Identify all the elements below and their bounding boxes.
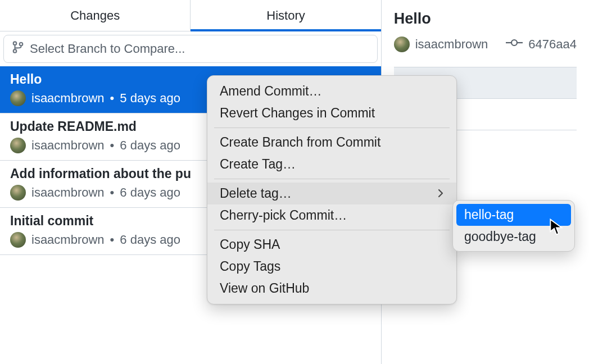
svg-point-2 xyxy=(20,43,23,46)
detail-author: isaacmbrown xyxy=(415,37,488,52)
svg-point-4 xyxy=(511,40,517,46)
menu-copy-sha[interactable]: Copy SHA xyxy=(207,234,456,256)
commit-time: 5 days ago xyxy=(120,91,180,106)
branch-compare-placeholder: Select Branch to Compare... xyxy=(30,42,185,56)
commit-author: isaacmbrown xyxy=(31,91,105,106)
avatar xyxy=(10,232,26,248)
tabs: Changes History xyxy=(0,0,381,31)
menu-separator xyxy=(214,230,450,230)
dot-separator: • xyxy=(110,185,115,200)
detail-meta: isaacmbrown 6476aa4 xyxy=(394,37,577,52)
commit-icon xyxy=(506,37,523,52)
dot-separator: • xyxy=(110,91,115,106)
menu-revert-changes[interactable]: Revert Changes in Commit xyxy=(207,102,456,124)
detail-sha[interactable]: 6476aa4 xyxy=(528,37,577,52)
avatar xyxy=(10,185,26,201)
commit-time: 6 days ago xyxy=(120,233,180,247)
menu-create-branch[interactable]: Create Branch from Commit xyxy=(207,131,456,153)
commit-author: isaacmbrown xyxy=(31,138,105,153)
menu-delete-tag[interactable]: Delete tag… xyxy=(207,183,456,204)
svg-point-0 xyxy=(13,42,17,45)
avatar xyxy=(10,138,26,153)
dot-separator: • xyxy=(110,233,115,247)
detail-commit-title: Hello xyxy=(394,10,577,28)
commit-author: isaacmbrown xyxy=(31,233,105,247)
menu-separator xyxy=(214,179,450,179)
commit-author: isaacmbrown xyxy=(31,185,105,200)
menu-separator xyxy=(214,128,450,128)
commit-context-menu: Amend Commit… Revert Changes in Commit C… xyxy=(207,75,457,304)
tab-changes[interactable]: Changes xyxy=(0,0,190,31)
commit-time: 6 days ago xyxy=(120,138,180,153)
branch-compare-selector[interactable]: Select Branch to Compare... xyxy=(3,35,378,63)
avatar xyxy=(10,90,26,106)
cursor-icon xyxy=(549,218,564,239)
dot-separator: • xyxy=(110,138,115,153)
menu-cherry-pick[interactable]: Cherry-pick Commit… xyxy=(207,204,456,226)
tab-history[interactable]: History xyxy=(191,0,380,31)
menu-view-on-github[interactable]: View on GitHub xyxy=(207,277,456,299)
menu-create-tag[interactable]: Create Tag… xyxy=(207,153,456,175)
menu-amend-commit[interactable]: Amend Commit… xyxy=(207,80,456,102)
commit-time: 6 days ago xyxy=(120,185,180,200)
git-branch-icon xyxy=(12,40,24,57)
menu-copy-tags[interactable]: Copy Tags xyxy=(207,256,456,277)
avatar xyxy=(394,37,410,52)
chevron-right-icon xyxy=(437,186,444,201)
svg-point-1 xyxy=(13,49,17,53)
